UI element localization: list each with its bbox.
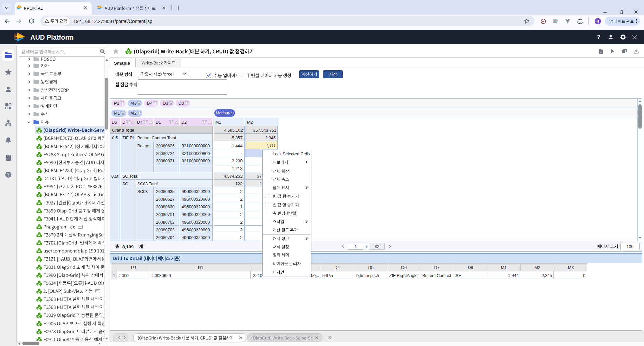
svg-text:A: A [38,193,40,196]
svg-text:A: A [38,225,40,229]
svg-text:A: A [38,217,40,221]
svg-text:A: A [38,313,40,317]
svg-text:A: A [38,241,40,245]
svg-text:A: A [38,249,40,253]
svg-text:A: A [38,128,40,132]
svg-text:A: A [38,185,40,188]
svg-text:A: A [38,265,40,269]
svg-text:A: A [38,161,40,164]
svg-text:A: A [38,153,40,156]
svg-text:A: A [38,136,40,140]
svg-text:A: A [38,145,40,148]
svg-text:A: A [38,201,40,205]
svg-text:A: A [38,233,40,237]
svg-text:A: A [38,281,40,285]
svg-text:A: A [38,273,40,277]
svg-text:A: A [38,209,40,213]
svg-text:A: A [38,322,40,325]
svg-text:A: A [38,169,40,172]
svg-text:A: A [38,177,40,180]
svg-text:A: A [38,338,40,341]
svg-text:A: A [38,330,40,333]
svg-text:A: A [38,289,40,293]
svg-text:A: A [38,305,40,309]
svg-text:A: A [38,297,40,301]
svg-text:A: A [127,49,130,53]
svg-text:A: A [38,257,40,261]
